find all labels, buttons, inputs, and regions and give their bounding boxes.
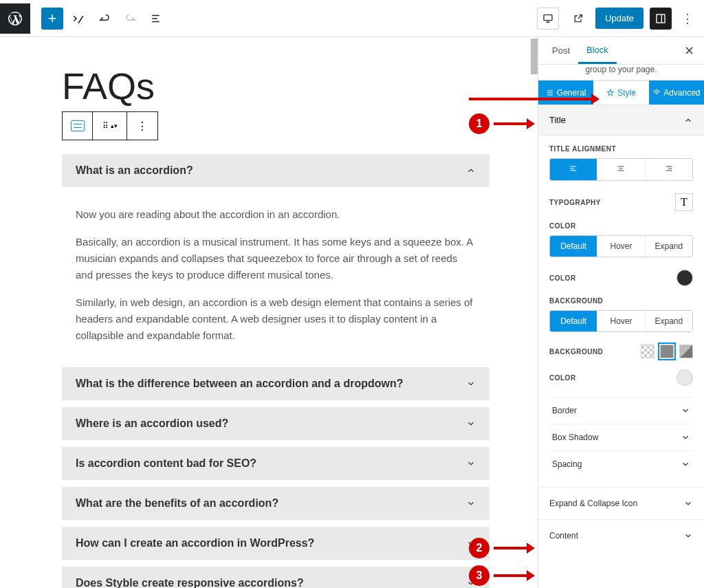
chevron-down-icon xyxy=(681,406,690,415)
svg-rect-1 xyxy=(152,18,157,19)
outline-icon[interactable] xyxy=(146,8,168,30)
accordion-item[interactable]: Is accordion content bad for SEO? xyxy=(62,447,490,480)
chevron-down-icon xyxy=(681,433,690,442)
chevron-down-icon xyxy=(681,459,690,469)
add-block-button[interactable]: + xyxy=(41,8,63,30)
accordion-item[interactable]: Does Styble create responsive accordions… xyxy=(62,567,490,588)
accordion-label: What is an accordion? xyxy=(76,164,193,177)
title-alignment-label: TITLE ALIGNMENT xyxy=(549,145,693,153)
expand-collapse-panel[interactable]: Expand & Collapse Icon xyxy=(538,487,704,519)
category-tabs: General Style Advanced xyxy=(538,80,704,105)
annotation-badge-3: 3 xyxy=(469,565,490,586)
chevron-down-icon[interactable] xyxy=(466,499,476,508)
accordion-label: What is the difference between an accord… xyxy=(76,378,404,390)
align-left[interactable] xyxy=(550,159,597,180)
accordion-label: Where is an accordion used? xyxy=(76,417,228,430)
update-button[interactable]: Update xyxy=(595,8,644,29)
chevron-down-icon[interactable] xyxy=(466,379,476,389)
accordion-label: Does Styble create responsive accordions… xyxy=(76,577,304,588)
spacing-row[interactable]: Spacing xyxy=(549,450,693,477)
typography-button[interactable]: T xyxy=(675,193,693,211)
chevron-up-icon[interactable] xyxy=(466,166,476,175)
state-default[interactable]: Default xyxy=(550,236,597,257)
accordion-label: Is accordion content bad for SEO? xyxy=(76,457,256,470)
svg-rect-0 xyxy=(152,14,160,16)
bg-state-expand[interactable]: Expand xyxy=(646,311,692,331)
background-type-picker xyxy=(641,345,693,358)
cat-advanced[interactable]: Advanced xyxy=(649,80,704,105)
bg-state-hover[interactable]: Hover xyxy=(597,311,645,331)
bg-state-default[interactable]: Default xyxy=(550,311,597,331)
svg-rect-3 xyxy=(544,14,552,20)
accordion-content: Now you are reading about the accordion … xyxy=(62,194,490,360)
close-icon[interactable]: ✕ xyxy=(680,43,698,58)
content-panel[interactable]: Content xyxy=(538,519,704,552)
state-expand[interactable]: Expand xyxy=(646,236,692,257)
redo-icon[interactable] xyxy=(120,8,142,30)
annotation-arrow-1 xyxy=(494,122,528,125)
typography-label: TYPOGRAPHY xyxy=(549,199,601,206)
svg-point-6 xyxy=(656,91,658,94)
chevron-down-icon xyxy=(683,531,693,541)
block-type-icon[interactable] xyxy=(63,112,93,140)
tab-block[interactable]: Block xyxy=(578,38,617,64)
view-desktop-icon[interactable] xyxy=(537,8,559,30)
chevron-down-icon[interactable] xyxy=(466,419,476,428)
undo-icon[interactable] xyxy=(94,8,116,30)
annotation-arrow-3 xyxy=(494,574,528,577)
block-toolbar: ⠿ ▴▾ ⋮ xyxy=(62,111,158,140)
sidebar-tabs: Post Block ✕ xyxy=(538,37,704,65)
tab-post[interactable]: Post xyxy=(544,39,578,63)
alignment-group xyxy=(549,158,693,181)
drag-move-icon[interactable]: ⠿ ▴▾ xyxy=(93,112,127,140)
bg-state-group: Default Hover Expand xyxy=(549,310,693,332)
color-state-group: Default Hover Expand xyxy=(549,235,693,257)
page-title[interactable]: FAQs xyxy=(62,65,490,107)
external-link-icon[interactable] xyxy=(567,8,589,30)
background-section-label: BACKGROUND xyxy=(549,297,693,305)
editor-canvas: FAQs ⠿ ▴▾ ⋮ What is an accordion? Now yo… xyxy=(0,37,538,588)
annotation-badge-2: 2 xyxy=(469,538,490,558)
accordion-item-open[interactable]: What is an accordion? xyxy=(62,154,490,187)
background-type-label: BACKGROUND xyxy=(549,348,603,356)
align-center[interactable] xyxy=(597,159,645,180)
state-hover[interactable]: Hover xyxy=(597,236,645,257)
chevron-down-icon[interactable] xyxy=(466,459,476,468)
border-row[interactable]: Border xyxy=(549,397,693,424)
accordion-item[interactable]: How can I create an accordion in WordPre… xyxy=(62,527,490,560)
accordion-item[interactable]: What is the difference between an accord… xyxy=(62,367,490,400)
block-more-icon[interactable]: ⋮ xyxy=(127,112,157,140)
align-right[interactable] xyxy=(646,159,692,180)
bg-solid[interactable] xyxy=(660,345,674,358)
top-toolbar: + Update ⋮ xyxy=(0,0,704,37)
settings-sidebar: Post Block ✕ group to your page. General… xyxy=(538,37,704,588)
more-options-icon[interactable]: ⋮ xyxy=(678,8,697,30)
annotation-arrow-2 xyxy=(494,547,528,549)
bg-color-label: COLOR xyxy=(549,374,576,382)
accordion-item[interactable]: What are the benefits of an accordion? xyxy=(62,487,490,520)
text-color-swatch[interactable] xyxy=(676,270,693,286)
chevron-down-icon xyxy=(683,499,693,508)
text-color-label: COLOR xyxy=(549,274,576,282)
wordpress-logo[interactable] xyxy=(0,3,30,34)
accordion-block[interactable]: What is an accordion? Now you are readin… xyxy=(62,154,490,588)
accordion-item[interactable]: Where is an accordion used? xyxy=(62,407,490,440)
accordion-label: What are the benefits of an accordion? xyxy=(76,497,278,510)
cat-general[interactable]: General xyxy=(538,80,593,105)
bg-gradient[interactable] xyxy=(679,345,693,358)
cat-style[interactable]: Style xyxy=(593,80,648,105)
color-section-label: COLOR xyxy=(549,222,693,230)
settings-panel-toggle[interactable] xyxy=(650,8,672,30)
box-shadow-row[interactable]: Box Shadow xyxy=(549,424,693,450)
annotation-arrow-style xyxy=(469,98,593,100)
annotation-badge-1: 1 xyxy=(469,113,490,134)
edit-mode-icon[interactable] xyxy=(67,8,89,30)
svg-rect-4 xyxy=(657,14,665,23)
accordion-label: How can I create an accordion in WordPre… xyxy=(76,537,314,549)
block-description: group to your page. xyxy=(538,65,704,80)
bg-color-swatch[interactable] xyxy=(676,369,693,386)
title-panel-header[interactable]: Title xyxy=(538,105,704,135)
title-panel-body: TITLE ALIGNMENT TYPOGRAPHY T COLOR Defau… xyxy=(538,135,704,487)
chevron-up-icon xyxy=(683,116,693,125)
bg-none[interactable] xyxy=(641,345,654,358)
